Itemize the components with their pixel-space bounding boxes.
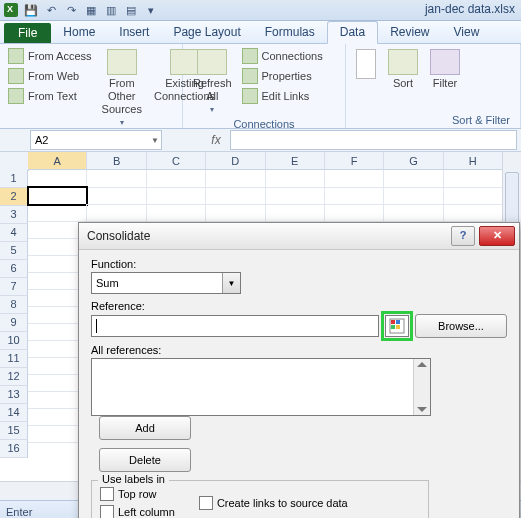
all-references-listbox[interactable] [91, 358, 431, 416]
sort-az-button[interactable] [352, 47, 380, 83]
browse-button[interactable]: Browse... [415, 314, 507, 338]
tab-file[interactable]: File [4, 23, 51, 43]
row-header[interactable]: 5 [0, 242, 28, 260]
name-box-dropdown-icon[interactable]: ▼ [151, 136, 159, 145]
column-header[interactable]: F [325, 152, 384, 170]
function-combo[interactable]: Sum ▼ [91, 272, 241, 294]
cell[interactable] [28, 187, 87, 205]
cell[interactable] [87, 187, 146, 205]
select-all-corner[interactable] [0, 152, 29, 171]
svg-rect-3 [391, 325, 395, 329]
refresh-all-button[interactable]: Refresh All [189, 47, 236, 118]
row-header[interactable]: 2 [0, 188, 28, 206]
range-picker-button[interactable] [385, 315, 409, 337]
row-header[interactable]: 16 [0, 440, 28, 458]
name-box[interactable]: A2 ▼ [30, 130, 162, 150]
save-icon[interactable]: 💾 [24, 3, 38, 17]
row-header[interactable]: 11 [0, 350, 28, 368]
fx-label[interactable]: fx [202, 133, 230, 147]
properties-button[interactable]: Properties [240, 67, 325, 85]
row-header[interactable]: 7 [0, 278, 28, 296]
excel-app-icon[interactable] [4, 3, 18, 17]
row-header[interactable]: 10 [0, 332, 28, 350]
row-header[interactable]: 13 [0, 386, 28, 404]
cell[interactable] [206, 187, 265, 205]
undo-icon[interactable]: ↶ [44, 3, 58, 17]
column-header[interactable]: E [266, 152, 325, 170]
connections-button[interactable]: Connections [240, 47, 325, 65]
checkbox-icon [199, 496, 213, 510]
cell[interactable] [384, 187, 443, 205]
row-header[interactable]: 12 [0, 368, 28, 386]
redo-icon[interactable]: ↷ [64, 3, 78, 17]
cell[interactable] [266, 170, 325, 188]
from-web-button[interactable]: From Web [6, 67, 94, 85]
listbox-scrollbar[interactable] [413, 359, 430, 415]
column-header[interactable]: A [28, 152, 87, 170]
sort-az-icon [356, 49, 376, 79]
tab-home[interactable]: Home [51, 22, 107, 43]
left-column-label: Left column [118, 506, 175, 518]
tab-page-layout[interactable]: Page Layout [161, 22, 252, 43]
column-header[interactable]: H [444, 152, 503, 170]
cell[interactable] [325, 187, 384, 205]
qat-customize-icon[interactable]: ▾ [144, 3, 158, 17]
cell[interactable] [266, 204, 325, 222]
cell[interactable] [266, 187, 325, 205]
sort-label: Sort [393, 77, 413, 90]
sort-button[interactable]: Sort [384, 47, 422, 92]
cell[interactable] [206, 170, 265, 188]
tab-review[interactable]: Review [378, 22, 441, 43]
row-header[interactable]: 3 [0, 206, 28, 224]
dialog-close-button[interactable]: ✕ [479, 226, 515, 246]
row-header[interactable]: 15 [0, 422, 28, 440]
from-access-button[interactable]: From Access [6, 47, 94, 65]
top-row-checkbox[interactable]: Top row [100, 487, 175, 501]
tab-insert[interactable]: Insert [107, 22, 161, 43]
row-header[interactable]: 4 [0, 224, 28, 242]
row-header[interactable]: 9 [0, 314, 28, 332]
cell[interactable] [444, 170, 503, 188]
from-text-button[interactable]: From Text [6, 87, 94, 105]
formula-bar[interactable] [230, 130, 517, 150]
add-button[interactable]: Add [99, 416, 191, 440]
from-other-sources-button[interactable]: From Other Sources [98, 47, 146, 131]
row-header[interactable]: 1 [0, 170, 28, 188]
delete-button[interactable]: Delete [99, 448, 191, 472]
cell[interactable] [28, 170, 87, 188]
cell[interactable] [384, 204, 443, 222]
qat-icon-2[interactable]: ▥ [104, 3, 118, 17]
row-header[interactable]: 8 [0, 296, 28, 314]
row-header[interactable]: 6 [0, 260, 28, 278]
qat-icon-3[interactable]: ▤ [124, 3, 138, 17]
cell[interactable] [147, 187, 206, 205]
cell[interactable] [28, 204, 87, 222]
cell[interactable] [384, 170, 443, 188]
cell[interactable] [325, 170, 384, 188]
filter-button[interactable]: Filter [426, 47, 464, 92]
function-combo-dropdown-icon[interactable]: ▼ [222, 273, 240, 293]
tab-data[interactable]: Data [327, 21, 378, 44]
tab-view[interactable]: View [442, 22, 492, 43]
cell[interactable] [87, 170, 146, 188]
cell[interactable] [444, 187, 503, 205]
row-header[interactable]: 14 [0, 404, 28, 422]
cell[interactable] [147, 170, 206, 188]
column-header[interactable]: C [147, 152, 206, 170]
edit-links-button[interactable]: Edit Links [240, 87, 325, 105]
cell[interactable] [87, 204, 146, 222]
cell[interactable] [325, 204, 384, 222]
cell[interactable] [444, 204, 503, 222]
dialog-title-bar[interactable]: Consolidate ? ✕ [79, 223, 519, 250]
cell[interactable] [206, 204, 265, 222]
left-column-checkbox[interactable]: Left column [100, 505, 175, 518]
column-header[interactable]: D [206, 152, 265, 170]
cell[interactable] [147, 204, 206, 222]
tab-formulas[interactable]: Formulas [253, 22, 327, 43]
column-header[interactable]: G [384, 152, 443, 170]
qat-icon-1[interactable]: ▦ [84, 3, 98, 17]
create-links-checkbox[interactable]: Create links to source data [199, 496, 348, 510]
column-header[interactable]: B [87, 152, 146, 170]
dialog-help-button[interactable]: ? [451, 226, 475, 246]
reference-input[interactable] [91, 315, 379, 337]
